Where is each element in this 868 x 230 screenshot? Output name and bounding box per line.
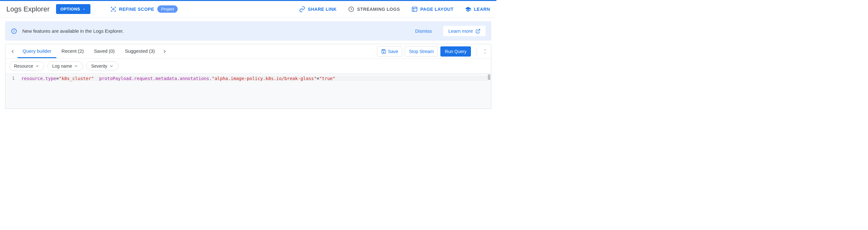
chevron-down-icon [483,48,487,51]
svg-rect-6 [382,49,384,50]
save-icon [381,49,386,54]
options-label: OPTIONS [61,7,80,11]
expand-collapse-toggle[interactable] [482,48,489,54]
separator [476,47,476,55]
learn-more-label: Learn more [448,28,473,34]
query-panel: Query builder Recent (2) Saved (0) Sugge… [5,44,491,109]
header-bar: Logs Explorer OPTIONS REFINE SCOPE Proje… [0,1,496,17]
banner-message: New features are available in the Logs E… [22,28,410,34]
svg-point-5 [14,30,14,30]
query-token: protoPayload.request.metadata.annotation… [99,76,212,81]
line-gutter: 1 [5,74,18,109]
page-title: Logs Explorer [6,5,50,13]
query-token: = [56,76,59,81]
chevron-left-icon [10,49,16,54]
scope-target-icon [110,6,117,12]
page-layout-button[interactable]: PAGE LAYOUT [411,6,454,12]
learn-button[interactable]: LEARN [465,6,490,12]
query-token: resource.type [21,76,56,81]
save-label: Save [388,49,398,54]
scrollbar-thumb[interactable] [488,74,490,80]
chevron-up-icon [483,51,487,54]
severity-filter-chip[interactable]: Severity [86,61,119,71]
header-right-group: SHARE LINK STREAMING LOGS PAGE LAYOUT LE… [299,6,490,12]
refine-scope-button[interactable]: REFINE SCOPE [110,6,154,12]
tab-recent[interactable]: Recent (2) [56,44,89,58]
clock-icon [348,6,354,12]
save-query-button[interactable]: Save [377,46,402,56]
refine-scope-label: REFINE SCOPE [119,7,154,12]
chevron-down-icon [109,64,114,68]
filter-chip-row: Resource Log name Severity [5,59,491,74]
query-token: "true" [319,76,336,81]
scope-badge[interactable]: Project [157,5,178,13]
graduation-cap-icon [465,6,471,12]
query-token: "alpha.image-policy.k8s.io/break-glass" [212,76,316,81]
log-name-filter-chip[interactable]: Log name [48,61,83,71]
link-icon [299,6,305,12]
tab-saved[interactable]: Saved (0) [89,44,120,58]
external-link-icon [475,29,480,34]
tab-actions: Save Stop Stream Run Query [377,46,489,56]
share-link-button[interactable]: SHARE LINK [299,6,337,12]
caret-down-icon [82,7,86,11]
learn-more-button[interactable]: Learn more [443,26,486,36]
options-button[interactable]: OPTIONS [56,4,90,14]
tab-row: Query builder Recent (2) Saved (0) Sugge… [5,44,491,59]
svg-point-7 [383,51,384,52]
line-number: 1 [7,76,14,81]
svg-point-0 [113,8,114,10]
severity-filter-label: Severity [91,64,107,69]
query-code-area[interactable]: resource.type="k8s_cluster" protoPayload… [18,74,491,109]
stop-stream-button[interactable]: Stop Stream [405,46,438,56]
svg-rect-2 [412,7,417,11]
chevron-right-icon [162,49,167,54]
query-token: "k8s_cluster" [59,76,94,81]
layout-icon [411,6,418,12]
dismiss-button[interactable]: Dismiss [415,28,432,34]
learn-label: LEARN [474,7,490,12]
query-token: = [316,76,319,81]
page-layout-label: PAGE LAYOUT [420,7,454,12]
log-name-filter-label: Log name [52,64,72,69]
tab-suggested[interactable]: Suggested (3) [120,44,160,58]
share-link-label: SHARE LINK [308,7,337,12]
tabs-scroll-right-button[interactable] [160,47,169,56]
run-query-button[interactable]: Run Query [440,46,471,56]
tabs-scroll-left-button[interactable] [8,47,18,56]
info-banner: New features are available in the Logs E… [5,21,491,41]
resource-filter-chip[interactable]: Resource [9,61,44,71]
tab-query-builder[interactable]: Query builder [18,44,56,58]
streaming-logs-button[interactable]: STREAMING LOGS [348,6,400,12]
query-editor[interactable]: 1 resource.type="k8s_cluster" protoPaylo… [5,74,491,109]
streaming-logs-label: STREAMING LOGS [357,7,400,12]
run-query-label: Run Query [445,49,466,54]
resource-filter-label: Resource [14,64,33,69]
info-icon [11,28,17,34]
stop-stream-label: Stop Stream [409,49,434,54]
chevron-down-icon [35,64,39,68]
chevron-down-icon [74,64,78,68]
